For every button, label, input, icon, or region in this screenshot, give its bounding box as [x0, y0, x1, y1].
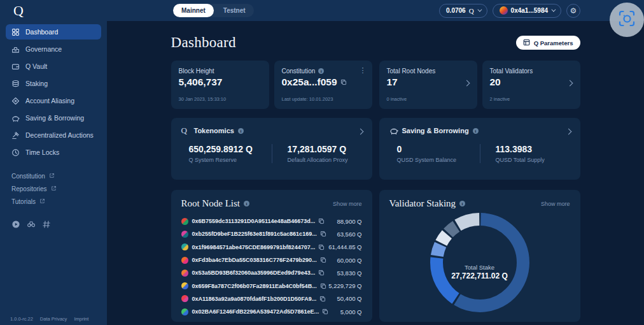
- root-node-row[interactable]: 0x02BA6F1246FdB2296A539472Ad5D7861eE... …: [181, 305, 362, 318]
- camera-viewfinder-icon: [618, 10, 636, 30]
- page-title: Dashboard: [171, 34, 236, 51]
- node-avatar: [181, 218, 188, 225]
- imprint-link[interactable]: Imprint: [74, 316, 88, 322]
- root-node-row[interactable]: 0x53a5BD93B6f32060aa35996DEed9d79e43... …: [181, 266, 362, 279]
- gear-icon: ⚙: [570, 6, 577, 15]
- qusd-total-supply-value: 113.3983: [496, 144, 570, 154]
- root-node-row[interactable]: 0x1f96984571abe475CDE8699791bf8244707...…: [181, 241, 362, 254]
- tokenomics-title: Tokenomics: [194, 127, 234, 134]
- copy-icon[interactable]: [320, 283, 326, 289]
- info-icon[interactable]: [238, 128, 244, 134]
- sidebar-item-saving-borrowing[interactable]: Saving & Borrowing: [6, 110, 101, 126]
- root-node-list-card: Root Node List Show more 0x6B7559dc31132…: [171, 190, 372, 322]
- root-node-row[interactable]: 0x659F8a787C2f06b07Fa28911Eab4C0bf54B...…: [181, 279, 362, 292]
- hash-icon[interactable]: [42, 220, 51, 229]
- card-label: Block Height: [179, 68, 214, 75]
- root-node-rows: 0x6B7559dc3113291D0A95114e48aB46673d... …: [181, 215, 362, 318]
- binoculars-icon[interactable]: [27, 220, 36, 229]
- constitution-hash: 0x25a...f059: [282, 76, 337, 88]
- copy-icon[interactable]: [318, 270, 325, 276]
- chevron-down-icon: [477, 8, 482, 12]
- data-privacy-link[interactable]: Data Privacy: [40, 316, 67, 322]
- copy-icon[interactable]: [340, 79, 347, 85]
- info-icon[interactable]: [459, 201, 465, 206]
- total-root-nodes-card[interactable]: Total Root Nodes 17 0 inactive: [379, 61, 477, 109]
- sidebar-item-decentralized-auctions[interactable]: Decentralized Auctions: [6, 127, 101, 143]
- sidebar-item-account-aliasing[interactable]: Account Aliasing: [6, 93, 101, 108]
- q-parameters-button[interactable]: Q Parameters: [516, 36, 580, 50]
- screenshot-overlay-button[interactable]: [610, 3, 644, 37]
- copy-icon[interactable]: [318, 218, 325, 224]
- node-avatar: [181, 308, 188, 315]
- coins-icon: [11, 80, 20, 88]
- show-more-link[interactable]: Show more: [333, 201, 362, 207]
- node-amount: 50,400 Q: [337, 295, 361, 302]
- sidebar-link-constitution[interactable]: Constitution: [6, 170, 101, 182]
- root-nodes-inactive: 0 inactive: [387, 96, 470, 102]
- sidebar: DashboardGovernanceQ VaultStakingAccount…: [0, 21, 107, 325]
- node-amount: 5,000 Q: [340, 308, 362, 315]
- main-area: Dashboard Q Parameters Block Height 5,40…: [107, 21, 644, 325]
- piggy-bank-icon: [389, 126, 398, 135]
- tab-testnet[interactable]: Testnet: [215, 4, 254, 17]
- info-icon[interactable]: [318, 68, 324, 74]
- node-address: 0x02BA6F1246FdB2296A539472Ad5D7861eE...: [192, 308, 319, 315]
- root-node-row[interactable]: 0xA11863a92a9a0870fda6fF1b200D1D50FA9...…: [181, 292, 362, 305]
- sidebar-item-label: Account Aliasing: [25, 97, 74, 105]
- node-address: 0x6B7559dc3113291D0A95114e48aB46673d...: [192, 218, 316, 224]
- tab-mainnet[interactable]: Mainnet: [173, 4, 214, 17]
- settings-button[interactable]: ⚙: [566, 4, 580, 18]
- node-avatar: [181, 282, 188, 289]
- validators-inactive: 2 inactive: [490, 96, 573, 102]
- sidebar-link-repositories[interactable]: Repositories: [6, 182, 101, 195]
- block-height-timestamp: 30 Jan 2023, 15:33:10: [179, 96, 262, 102]
- root-node-row[interactable]: 0x6B7559dc3113291D0A95114e48aB46673d... …: [181, 215, 362, 227]
- network-toggle: Mainnet Testnet: [173, 4, 254, 17]
- show-more-link[interactable]: Show more: [541, 201, 570, 207]
- copy-icon[interactable]: [320, 257, 326, 263]
- topbar: Q Mainnet Testnet 0.0706 Q 0x4a1...5984 …: [0, 0, 644, 21]
- node-avatar: [181, 270, 188, 277]
- validators-count: 20: [490, 76, 501, 88]
- balance-pill[interactable]: 0.0706 Q: [439, 4, 487, 18]
- external-link-icon: [51, 185, 57, 192]
- sidebar-social-icons: [11, 220, 101, 229]
- sidebar-link-tutorials[interactable]: Tutorials: [6, 195, 101, 208]
- staking-donut-chart: [429, 212, 531, 314]
- copy-icon[interactable]: [318, 244, 325, 250]
- wallet-pill[interactable]: 0x4a1...5984: [493, 4, 561, 18]
- sidebar-item-label: Time Locks: [25, 148, 59, 156]
- app-logo[interactable]: Q: [0, 0, 107, 21]
- root-node-row[interactable]: 0xb255fD9beF1B225f63e81f891c5ac861c169..…: [181, 227, 362, 240]
- node-address: 0x1f96984571abe475CDE8699791bf8244707...: [192, 244, 316, 250]
- sidebar-item-q-vault[interactable]: Q Vault: [6, 59, 101, 74]
- sidebar-item-label: Q Vault: [25, 62, 47, 70]
- sidebar-item-dashboard[interactable]: Dashboard: [6, 24, 101, 40]
- sidebar-item-staking[interactable]: Staking: [6, 76, 101, 91]
- sidebar-link-label: Repositories: [11, 185, 47, 192]
- node-address: 0xFd3ba4c7EbDa55C038316C776F2479b290...: [192, 257, 317, 263]
- card-label: Total Root Nodes: [387, 68, 436, 75]
- medium-icon[interactable]: [11, 220, 20, 229]
- node-avatar: [181, 243, 188, 250]
- kebab-menu-icon[interactable]: [360, 66, 367, 75]
- copy-icon[interactable]: [320, 231, 326, 237]
- sidebar-item-governance[interactable]: Governance: [6, 41, 101, 57]
- q-currency-icon: Q: [469, 7, 474, 15]
- info-icon[interactable]: [473, 128, 479, 134]
- tokenomics-card: Q Tokenomics 650,259.8912 Q Q System Res…: [171, 118, 372, 180]
- node-avatar: [181, 257, 188, 264]
- block-height-card: Block Height 5,406,737 30 Jan 2023, 15:3…: [171, 61, 269, 109]
- root-node-row[interactable]: 0xFd3ba4c7EbDa55C038316C776F2479b290... …: [181, 254, 362, 266]
- node-avatar: [181, 295, 188, 302]
- copy-icon[interactable]: [319, 296, 326, 302]
- node-address: 0x53a5BD93B6f32060aa35996DEed9d79e43...: [192, 270, 316, 276]
- sidebar-item-time-locks[interactable]: Time Locks: [6, 145, 101, 160]
- sidebar-nav: DashboardGovernanceQ VaultStakingAccount…: [6, 24, 101, 160]
- info-icon[interactable]: [244, 201, 249, 206]
- copy-icon[interactable]: [322, 308, 328, 315]
- q-system-reserve-label: Q System Reserve: [189, 157, 272, 163]
- clock-icon: [11, 148, 20, 157]
- total-validators-card[interactable]: Total Validators 20 2 inactive: [482, 61, 580, 109]
- gavel-icon: [11, 131, 20, 140]
